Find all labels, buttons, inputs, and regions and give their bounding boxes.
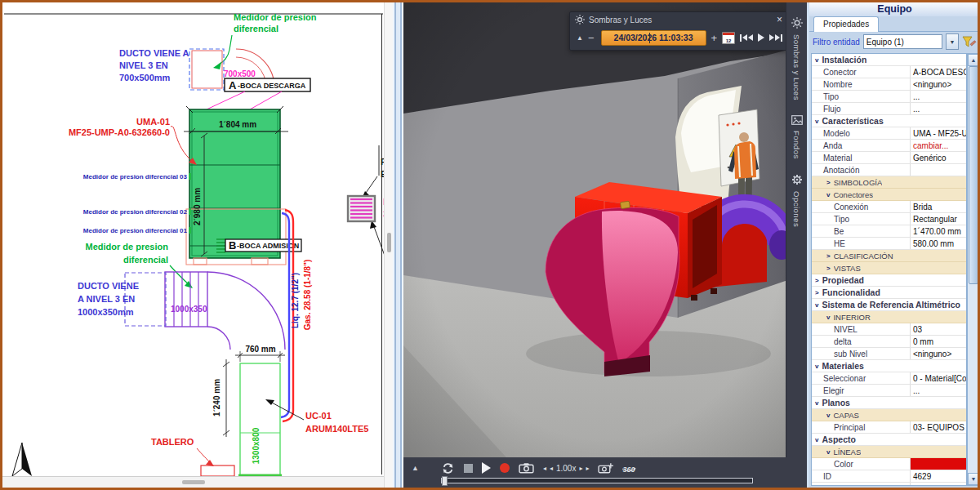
property-value[interactable]: <ninguno>	[910, 348, 966, 359]
image-icon[interactable]	[791, 115, 803, 125]
property-value[interactable]: Rectangular	[910, 213, 966, 225]
group-header-row[interactable]: vCaracterísticas	[812, 115, 966, 127]
chevron-open-icon[interactable]: v	[826, 314, 830, 321]
scrollbar-thumb[interactable]	[182, 480, 205, 484]
collapse-icon[interactable]: ▲	[577, 34, 583, 42]
dropdown-arrow-icon[interactable]: ▼	[946, 33, 959, 50]
property-row[interactable]: ConectorA-BOCA DESCARGA	[812, 66, 966, 78]
skip-end-button[interactable]	[769, 34, 782, 42]
entity-filter-select[interactable]: Equipo (1)	[863, 34, 942, 49]
sombras-luces-dialog[interactable]: Sombras y Luces × ▲ − 24/03/2026 11:03:3…	[569, 11, 788, 51]
property-grid[interactable]: vInstalaciónConectorA-BOCA DESCARGANombr…	[811, 53, 967, 486]
property-value[interactable]: 0 - Material[Color M07]	[910, 372, 966, 384]
play-button[interactable]	[482, 462, 491, 474]
group-header-row[interactable]: >Propiedad	[812, 274, 966, 287]
playback-toolbar[interactable]: ▲ ◂ ◂ 1.00x	[403, 457, 807, 488]
filter-edit-icon[interactable]	[962, 36, 977, 48]
property-value[interactable]: cambiar...	[910, 140, 966, 151]
plus-button[interactable]: +	[711, 32, 718, 44]
stop-button[interactable]	[464, 464, 473, 473]
horizontal-scrollbar[interactable]	[2, 476, 384, 488]
property-row[interactable]: Be1´470.00 mm	[812, 225, 966, 238]
camera-capture-icon[interactable]	[598, 462, 613, 474]
property-value[interactable]: 09	[910, 483, 966, 486]
property-row[interactable]: Flujo...	[812, 103, 966, 115]
property-value[interactable]: ...	[910, 91, 966, 102]
chevron-open-icon[interactable]: v	[815, 436, 818, 443]
grid-scrollbar[interactable]: ▲ ▼	[967, 53, 978, 486]
properties-panel[interactable]: Equipo Propiedades Filtro entidad Equipo…	[809, 2, 980, 488]
property-row[interactable]: Tipo...	[812, 91, 966, 103]
group-header-row[interactable]: vAspecto	[812, 434, 966, 446]
timeline-scrubber[interactable]	[441, 478, 753, 483]
subgroup-header-row[interactable]: >CLASIFICACIÓN	[812, 250, 966, 262]
property-row[interactable]: sub Nivel<ninguno>	[812, 348, 966, 360]
chevron-open-icon[interactable]: v	[826, 191, 830, 198]
property-value[interactable]: 580.00 mm	[910, 238, 966, 249]
property-value[interactable]: A-BOCA DESCARGA	[910, 66, 966, 78]
property-row[interactable]: HE580.00 mm	[812, 238, 966, 250]
play-button[interactable]	[758, 33, 764, 42]
subgroup-header-row[interactable]: vConectores	[812, 189, 966, 201]
property-row[interactable]: delta0 mm	[812, 336, 966, 348]
speed-up-icon[interactable]: ▸	[579, 465, 582, 472]
property-row[interactable]: ID4629	[812, 470, 966, 483]
property-row[interactable]: Numeración09	[812, 483, 966, 486]
chevron-closed-icon[interactable]: >	[815, 277, 819, 284]
property-value[interactable]	[910, 164, 966, 176]
chevron-open-icon[interactable]: v	[815, 301, 818, 309]
cad-drawing-panel[interactable]: Medidor de presion diferencial DUCTO VIE…	[2, 2, 384, 488]
gear-icon[interactable]	[791, 174, 803, 185]
scroll-up-icon[interactable]: ▲	[968, 54, 979, 66]
skip-start-button[interactable]	[740, 34, 753, 42]
property-row[interactable]: Color	[812, 458, 966, 470]
property-row[interactable]: Seleccionar0 - Material[Color M07]	[812, 372, 966, 385]
minus-button[interactable]: −	[588, 32, 595, 44]
group-header-row[interactable]: vPlanos	[812, 397, 966, 409]
uc-unit[interactable]: 1300x800	[238, 363, 282, 475]
property-row[interactable]: MaterialGenérico	[812, 152, 966, 164]
chevron-open-icon[interactable]: v	[815, 56, 818, 64]
property-value[interactable]: 4629	[910, 470, 966, 482]
property-value[interactable]: UMA - MF25-UMP-A0-79-	[910, 127, 966, 139]
subgroup-header-row[interactable]: >VISTAS	[812, 262, 966, 274]
property-row[interactable]: Andacambiar...	[812, 140, 966, 152]
subgroup-header-row[interactable]: >SIMBOLOGÍA	[812, 176, 966, 189]
scrollbar-thumb[interactable]	[387, 233, 391, 252]
property-value[interactable]: 03	[910, 323, 966, 335]
chevron-closed-icon[interactable]: >	[826, 265, 831, 272]
chevron-open-icon[interactable]: v	[815, 118, 818, 125]
speed-down-icon[interactable]: ◂	[543, 465, 546, 472]
tab-propiedades[interactable]: Propiedades	[813, 16, 879, 32]
group-header-row[interactable]: >Funcionalidad	[812, 287, 966, 299]
chevron-closed-icon[interactable]: >	[815, 289, 819, 296]
property-value[interactable]: Genérico	[910, 152, 966, 163]
chevron-open-icon[interactable]: v	[815, 363, 818, 370]
viewport-3d[interactable]: Sombras y Luces × ▲ − 24/03/2026 11:03:3…	[403, 2, 807, 488]
scroll-down-icon[interactable]: ▼	[968, 473, 979, 485]
property-value[interactable]: <ninguno>	[910, 78, 966, 90]
datetime-field[interactable]: 24/03/2026 11:03:33	[601, 30, 706, 46]
panel-splitter[interactable]	[393, 2, 403, 488]
color-swatch[interactable]	[910, 458, 966, 470]
property-row[interactable]: Anotación	[812, 164, 966, 176]
property-value[interactable]: ...	[910, 103, 966, 114]
chevron-open-icon[interactable]: v	[826, 412, 830, 419]
tab-fondos[interactable]: Fondos	[792, 131, 801, 159]
subgroup-header-row[interactable]: vLÍNEAS	[812, 446, 966, 458]
calendar-icon[interactable]: 12	[722, 32, 735, 44]
property-row[interactable]: NIVEL03	[812, 323, 966, 336]
camera-icon[interactable]	[519, 462, 534, 474]
tab-sombras-y-luces[interactable]: Sombras y Luces	[792, 34, 801, 100]
speed-down2-icon[interactable]: ◂	[550, 465, 553, 472]
chevron-closed-icon[interactable]: >	[826, 252, 831, 260]
chevron-open-icon[interactable]: v	[826, 448, 830, 456]
tab-opciones[interactable]: Opciones	[792, 191, 801, 227]
property-row[interactable]: ConexiónBrida	[812, 201, 966, 213]
subgroup-header-row[interactable]: vCAPAS	[812, 409, 966, 421]
property-value[interactable]: 03- EQUIPOS	[910, 421, 966, 433]
property-value[interactable]: Brida	[910, 201, 966, 212]
speed-up2-icon[interactable]: ▸	[586, 465, 589, 472]
property-value[interactable]: ...	[910, 385, 966, 396]
close-icon[interactable]: ×	[777, 14, 782, 25]
